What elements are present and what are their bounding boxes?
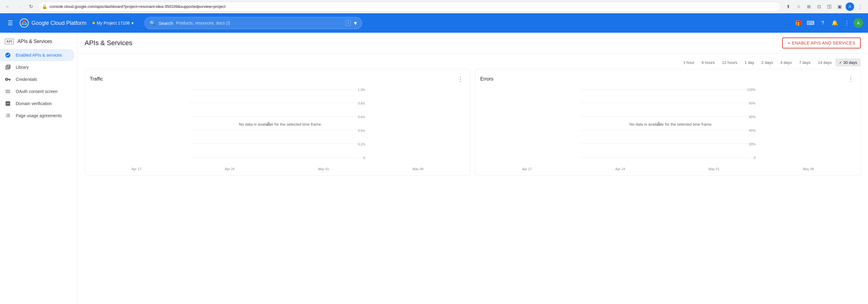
help-icon: ? (821, 20, 824, 26)
browser-action-buttons: ⬆ ☆ ⊞ ⊡ ⚿ ▣ A ⋮ (784, 2, 864, 11)
enabled-apis-icon (5, 52, 11, 58)
hamburger-icon: ☰ (7, 19, 13, 27)
sidebar-toggle-button[interactable]: ▣ (835, 2, 844, 11)
more-vert-icon: ⋮ (848, 75, 854, 83)
errors-chart-menu-button[interactable]: ⋮ (846, 74, 856, 84)
time-30d-button[interactable]: ✓ 30 days (835, 58, 861, 66)
traffic-chart-menu-button[interactable]: ⋮ (456, 74, 465, 84)
svg-text:100%: 100% (747, 88, 755, 91)
page-title: APIs & Services (85, 39, 777, 47)
time-14d-button[interactable]: 14 days (814, 58, 835, 66)
x-label: Apr 24 (615, 167, 625, 171)
time-6h-button[interactable]: 6 hours (698, 58, 718, 66)
svg-text:No data is available for the s: No data is available for the selected ti… (239, 122, 322, 127)
x-label: May 08 (412, 167, 424, 171)
time-4d-button[interactable]: 4 days (777, 58, 796, 66)
svg-text:1.0/s: 1.0/s (358, 88, 365, 91)
sidebar-item-page-usage[interactable]: Page usage agreements (0, 110, 75, 122)
search-icon: 🔍 (150, 20, 156, 26)
checkmark-icon: ✓ (839, 60, 842, 65)
bell-icon: 🔔 (831, 20, 838, 26)
errors-chart-header: Errors ⋮ (475, 70, 861, 84)
time-7d-button[interactable]: 7 days (796, 58, 814, 66)
traffic-chart-header: Traffic ⋮ (85, 70, 470, 84)
main-layout: API APIs & Services Enabled APIs & servi… (0, 33, 868, 304)
time-12h-button[interactable]: 12 hours (718, 58, 741, 66)
svg-text:40%: 40% (749, 129, 755, 132)
project-name-label: My Project 17108 (97, 21, 130, 25)
sidebar-header: API APIs & Services (0, 35, 77, 49)
plus-icon: + (787, 40, 790, 46)
enable-apis-button[interactable]: + ENABLE APIS AND SERVICES (782, 37, 861, 49)
library-icon (5, 64, 11, 70)
enable-btn-label: ENABLE APIS AND SERVICES (792, 40, 855, 46)
address-bar[interactable]: 🔒 console.cloud.google.com/apis/dashboar… (38, 2, 781, 11)
time-1d-button[interactable]: 1 day (741, 58, 758, 66)
x-label: May 08 (803, 167, 814, 171)
gcp-logo-icon (19, 18, 29, 28)
svg-text:No data is available for the s: No data is available for the selected ti… (629, 122, 713, 127)
svg-text:80%: 80% (749, 102, 755, 105)
sidebar-item-credentials[interactable]: Credentials (0, 73, 75, 85)
sidebar-item-label: Enabled APIs & services (16, 53, 62, 58)
errors-chart-body: 100% 80% 60% 40% 20% 0 ⚠ (475, 86, 861, 175)
forward-button[interactable]: → (15, 2, 24, 11)
extension-1-button[interactable]: ⊞ (805, 2, 813, 11)
bookmark-button[interactable]: ☆ (794, 2, 803, 11)
content-area: APIs & Services + ENABLE APIS AND SERVIC… (78, 33, 868, 304)
project-selector-button[interactable]: My Project 17108 ▾ (90, 19, 136, 27)
back-button[interactable]: ← (4, 2, 12, 11)
errors-chart-card: Errors ⋮ 100% 80% 60% 40% 20% 0 (475, 69, 861, 176)
cloud-shell-button[interactable]: ⌨ (805, 18, 816, 28)
content-header: APIs & Services + ENABLE APIS AND SERVIC… (78, 33, 868, 54)
share-button[interactable]: ⬆ (784, 2, 793, 11)
charts-area: Traffic ⋮ 1.0/s 0.8/s 0.6/s 0.4/s 0.2/s … (78, 69, 868, 183)
search-shortcut-kbd: / (346, 20, 351, 26)
api-badge: API (5, 39, 14, 44)
sidebar-item-label: Domain verification (16, 101, 52, 106)
project-dot-icon (92, 22, 95, 24)
page-usage-icon (5, 113, 11, 119)
sidebar-title: APIs & Services (18, 39, 52, 44)
hamburger-menu-button[interactable]: ☰ (5, 18, 16, 28)
svg-text:0.8/s: 0.8/s (358, 102, 365, 105)
traffic-chart-title: Traffic (90, 76, 456, 82)
svg-point-1 (23, 20, 25, 22)
sidebar-item-label: OAuth consent screen (16, 89, 58, 94)
url-text: console.cloud.google.com/apis/dashboard?… (50, 4, 777, 9)
sidebar-item-label: Credentials (16, 77, 37, 82)
help-button[interactable]: ? (817, 18, 828, 28)
sidebar-item-enabled-apis[interactable]: Enabled APIs & services (0, 49, 75, 61)
x-label: May 01 (318, 167, 329, 171)
svg-text:0.2/s: 0.2/s (358, 142, 365, 146)
x-label: Apr 24 (225, 167, 235, 171)
traffic-chart-body: 1.0/s 0.8/s 0.6/s 0.4/s 0.2/s 0 (85, 86, 470, 175)
svg-text:0.4/s: 0.4/s (358, 129, 365, 132)
user-profile-avatar[interactable]: A (854, 18, 863, 28)
traffic-chart-card: Traffic ⋮ 1.0/s 0.8/s 0.6/s 0.4/s 0.2/s … (85, 69, 470, 176)
svg-text:0.6/s: 0.6/s (358, 115, 365, 119)
browser-menu-button[interactable]: ⋮ (856, 2, 864, 11)
sidebar-item-library[interactable]: Library (0, 61, 75, 73)
user-avatar[interactable]: A (846, 2, 854, 11)
header-more-button[interactable]: ⋮ (841, 18, 852, 28)
gcp-header: ☰ Google Cloud Platform My Project 17108… (0, 13, 868, 33)
traffic-chart-svg: 1.0/s 0.8/s 0.6/s 0.4/s 0.2/s 0 (90, 86, 465, 165)
gcp-app-name: Google Cloud Platform (31, 20, 87, 26)
x-label: Apr 17 (131, 167, 141, 171)
search-placeholder: Products, resources, docs (/) (176, 21, 343, 25)
search-dropdown-icon: ▾ (354, 19, 357, 27)
refresh-button[interactable]: ↻ (27, 2, 35, 11)
sidebar-item-domain-verification[interactable]: Domain verification (0, 98, 75, 110)
extension-2-button[interactable]: ⊡ (815, 2, 823, 11)
terminal-icon: ⌨ (807, 20, 814, 26)
gift-button[interactable]: 🎁 (793, 18, 804, 28)
extension-3-button[interactable]: ⚿ (825, 2, 834, 11)
global-search-bar[interactable]: 🔍 Search Products, resources, docs (/) /… (145, 17, 362, 29)
domain-verification-icon (5, 101, 11, 107)
notifications-button[interactable]: 🔔 (829, 18, 840, 28)
sidebar-item-label: Page usage agreements (16, 113, 62, 118)
time-1h-button[interactable]: 1 hour (680, 58, 698, 66)
sidebar-item-oauth-consent[interactable]: OAuth consent screen (0, 85, 75, 98)
time-2d-button[interactable]: 2 days (758, 58, 776, 66)
